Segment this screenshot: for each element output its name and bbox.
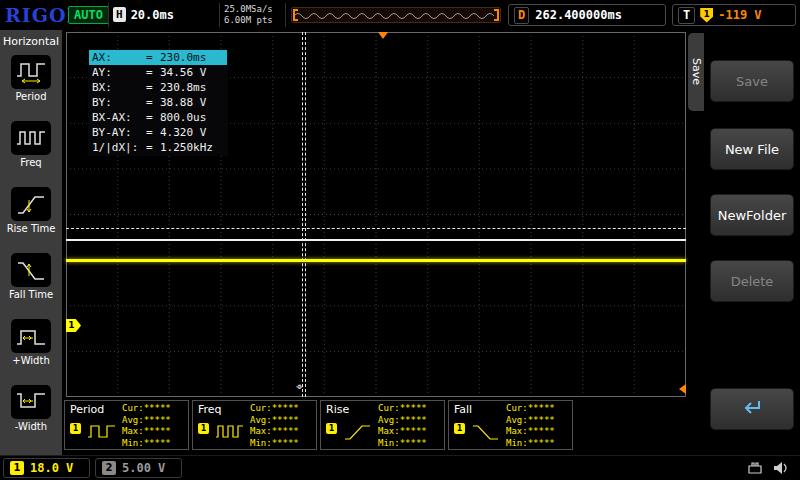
channel2-status[interactable]: 2 5.00 V (95, 458, 182, 478)
channel-badge: 1 (70, 423, 81, 434)
cursor-a-horizontal-line[interactable] (66, 239, 686, 241)
usb-icon (746, 460, 764, 480)
sidebar-item-label: Rise Time (0, 223, 62, 234)
topbar-divider (219, 3, 220, 27)
period-icon (11, 55, 51, 89)
channel-badge: 1 (326, 423, 337, 434)
measurement-fall[interactable]: Fall 1 Cur:***** Avg:***** Max:***** Min… (448, 400, 573, 450)
softkey-menu: Save Save New File NewFolder Delete (688, 30, 800, 455)
cursor-info-row: BX-AX:=800.0us (89, 110, 227, 125)
sidebar-item-fall-time[interactable]: Fall Time (0, 249, 62, 315)
menu-tab-save: Save (688, 33, 704, 111)
freq-wave-icon (214, 421, 246, 447)
trigger-level-marker-icon[interactable] (679, 384, 686, 394)
waveform-display[interactable]: ◃▹ 1 AX:=230.0ms AY:=34.56 V BX:=230.8ms… (66, 32, 686, 397)
sidebar-item-label: Fall Time (0, 289, 62, 300)
memory-depth: 6.00M pts (224, 15, 273, 26)
speaker-icon[interactable] (772, 460, 790, 480)
freq-icon (11, 121, 51, 155)
sidebar-item-label: -Width (0, 421, 62, 432)
new-file-button[interactable]: New File (710, 128, 794, 170)
fall-wave-icon (470, 421, 502, 447)
channel1-badge: 1 (10, 461, 24, 475)
measurement-name: Freq (198, 403, 222, 416)
timebase-value: 20.0ms (131, 8, 174, 22)
return-arrow-icon (737, 406, 767, 421)
trigger-position-marker-icon[interactable] (378, 32, 388, 39)
new-folder-button[interactable]: NewFolder (710, 194, 794, 236)
delete-button[interactable]: Delete (710, 260, 794, 302)
measurement-stats: Cur:***** Avg:***** Max:***** Min:***** (250, 403, 299, 449)
sidebar-item-rise-time[interactable]: Rise Time (0, 183, 62, 249)
acquisition-info: 25.0MSa/s 6.00M pts (224, 4, 273, 26)
channel-badge: 1 (198, 423, 209, 434)
minus-width-icon (11, 385, 51, 419)
measurement-period[interactable]: Period 1 Cur:***** Avg:***** Max:***** M… (64, 400, 189, 450)
measurement-stats: Cur:***** Avg:***** Max:***** Min:***** (378, 403, 427, 449)
channel1-scale: 18.0 V (30, 461, 73, 475)
sidebar-item-period[interactable]: Period (0, 51, 62, 117)
run-status-badge[interactable]: AUTO (68, 6, 109, 24)
channel1-status[interactable]: 1 18.0 V (3, 458, 90, 478)
waveform-overview-strip[interactable] (291, 7, 501, 23)
sidebar-item-label: Freq (0, 157, 62, 168)
cursor-info-row: BX:=230.8ms (89, 80, 227, 95)
topbar-divider (108, 3, 109, 27)
channel2-badge: 2 (102, 461, 116, 475)
overview-left-bracket-icon (293, 9, 298, 21)
measurement-rise[interactable]: Rise 1 Cur:***** Avg:***** Max:***** Min… (320, 400, 445, 450)
trigger-delay[interactable]: D 262.400000ms (508, 4, 666, 26)
channel2-scale: 5.00 V (122, 461, 165, 475)
sidebar-title: Horizontal (0, 30, 62, 51)
trigger-source-badge: 1 (700, 8, 713, 23)
measurement-name: Period (70, 403, 104, 416)
back-button[interactable] (710, 388, 794, 430)
plus-width-icon (11, 319, 51, 353)
horizontal-timebase[interactable]: H 20.0ms (113, 7, 174, 22)
bottom-status-bar: 1 18.0 V 2 5.00 V (0, 455, 800, 480)
trigger-level-value: -119 V (718, 8, 761, 22)
delay-label: D (514, 7, 529, 24)
measurement-stats: Cur:***** Avg:***** Max:***** Min:***** (122, 403, 171, 449)
sidebar-item-label: +Width (0, 355, 62, 366)
topbar-divider (285, 3, 286, 27)
sidebar-item-label: Period (0, 91, 62, 102)
measurement-name: Rise (326, 403, 349, 416)
cursor-x-handle-icon[interactable]: ◃▹ (296, 381, 301, 391)
measurement-name: Fall (454, 403, 472, 416)
cursor-b-horizontal-line[interactable] (66, 228, 686, 229)
delay-value: 262.400000ms (535, 8, 622, 22)
sidebar-item-freq[interactable]: Freq (0, 117, 62, 183)
oscilloscope-screen: RIGOL AUTO H 20.0ms 25.0MSa/s 6.00M pts … (0, 0, 800, 480)
overview-waveform-icon (292, 9, 498, 23)
overview-right-bracket-icon (494, 9, 499, 21)
cursor-info-row: BY-AY:=4.320 V (89, 125, 227, 140)
cursor-b-vertical-line[interactable] (305, 32, 306, 397)
channel1-trace (66, 259, 686, 262)
cursor-measurements-panel: AX:=230.0ms AY:=34.56 V BX:=230.8ms BY:=… (88, 49, 228, 156)
sidebar-item-minus-width[interactable]: -Width (0, 381, 62, 447)
trigger-info[interactable]: T 1 -119 V (672, 4, 796, 26)
h-label: H (113, 7, 126, 22)
rise-time-icon (11, 187, 51, 221)
channel-badge: 1 (454, 423, 465, 434)
period-wave-icon (86, 421, 118, 447)
cursor-a-vertical-line[interactable] (302, 32, 303, 397)
measurement-stats: Cur:***** Avg:***** Max:***** Min:***** (506, 403, 555, 449)
sample-rate: 25.0MSa/s (224, 4, 273, 15)
trigger-label: T (678, 7, 695, 24)
measurement-freq[interactable]: Freq 1 Cur:***** Avg:***** Max:***** Min… (192, 400, 317, 450)
cursor-info-row: 1/|dX|:=1.250kHz (89, 140, 227, 155)
fall-time-icon (11, 253, 51, 287)
cursor-info-row: AY:=34.56 V (89, 65, 227, 80)
cursor-info-row: AX:=230.0ms (89, 50, 227, 65)
sidebar-item-plus-width[interactable]: +Width (0, 315, 62, 381)
top-status-bar: RIGOL AUTO H 20.0ms 25.0MSa/s 6.00M pts … (0, 0, 800, 30)
rise-wave-icon (342, 421, 374, 447)
horizontal-measure-sidebar: Horizontal Period Freq Rise Time Fall Ti… (0, 30, 62, 455)
measurement-bar: Period 1 Cur:***** Avg:***** Max:***** M… (64, 400, 573, 450)
cursor-info-row: BY:=38.88 V (89, 95, 227, 110)
save-button[interactable]: Save (710, 60, 794, 102)
